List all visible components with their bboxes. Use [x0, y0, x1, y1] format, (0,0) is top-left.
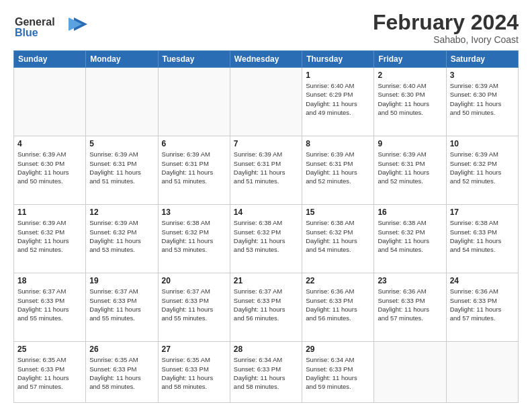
- day-cell: 26Sunrise: 6:35 AM Sunset: 6:33 PM Dayli…: [86, 342, 158, 403]
- day-cell: 28Sunrise: 6:34 AM Sunset: 6:33 PM Dayli…: [230, 342, 302, 403]
- day-cell: 21Sunrise: 6:37 AM Sunset: 6:33 PM Dayli…: [230, 273, 302, 342]
- day-cell: 10Sunrise: 6:39 AM Sunset: 6:32 PM Dayli…: [446, 136, 518, 205]
- day-info: Sunrise: 6:36 AM Sunset: 6:33 PM Dayligh…: [306, 287, 370, 322]
- day-number: 10: [450, 139, 515, 148]
- logo-text: General Blue: [13, 11, 87, 40]
- day-info: Sunrise: 6:39 AM Sunset: 6:30 PM Dayligh…: [450, 81, 515, 117]
- day-cell: 27Sunrise: 6:35 AM Sunset: 6:33 PM Dayli…: [158, 342, 230, 403]
- day-cell: 16Sunrise: 6:38 AM Sunset: 6:32 PM Dayli…: [374, 205, 446, 273]
- day-number: 17: [450, 208, 515, 217]
- day-cell: 22Sunrise: 6:36 AM Sunset: 6:33 PM Dayli…: [302, 273, 374, 342]
- col-friday: Friday: [374, 51, 446, 68]
- day-cell: 11Sunrise: 6:39 AM Sunset: 6:32 PM Dayli…: [14, 205, 86, 273]
- day-number: 28: [234, 345, 298, 354]
- day-number: 3: [450, 71, 515, 80]
- day-info: Sunrise: 6:39 AM Sunset: 6:32 PM Dayligh…: [17, 218, 82, 254]
- day-number: 11: [17, 208, 82, 217]
- day-cell: 3Sunrise: 6:39 AM Sunset: 6:30 PM Daylig…: [446, 68, 518, 136]
- day-cell: [230, 68, 302, 136]
- month-title: February 2024: [373, 11, 519, 34]
- day-cell: 6Sunrise: 6:39 AM Sunset: 6:31 PM Daylig…: [158, 136, 230, 205]
- svg-text:General: General: [15, 16, 55, 28]
- day-info: Sunrise: 6:38 AM Sunset: 6:32 PM Dayligh…: [234, 218, 298, 254]
- day-info: Sunrise: 6:37 AM Sunset: 6:33 PM Dayligh…: [162, 287, 226, 322]
- day-info: Sunrise: 6:40 AM Sunset: 6:30 PM Dayligh…: [378, 81, 442, 117]
- day-number: 18: [17, 276, 82, 285]
- day-number: 27: [162, 345, 226, 354]
- title-block: February 2024 Sahabo, Ivory Coast: [373, 11, 519, 45]
- day-number: 15: [306, 208, 370, 217]
- day-cell: [14, 68, 86, 136]
- day-cell: [158, 68, 230, 136]
- day-info: Sunrise: 6:35 AM Sunset: 6:33 PM Dayligh…: [162, 355, 226, 391]
- day-info: Sunrise: 6:37 AM Sunset: 6:33 PM Dayligh…: [89, 287, 154, 322]
- day-info: Sunrise: 6:37 AM Sunset: 6:33 PM Dayligh…: [17, 287, 82, 322]
- day-number: 12: [89, 208, 154, 217]
- day-number: 2: [378, 71, 442, 80]
- day-number: 14: [234, 208, 298, 217]
- col-monday: Monday: [86, 51, 158, 68]
- day-info: Sunrise: 6:38 AM Sunset: 6:33 PM Dayligh…: [450, 218, 515, 254]
- week-row-1: 1Sunrise: 6:40 AM Sunset: 6:29 PM Daylig…: [14, 68, 519, 136]
- day-cell: 8Sunrise: 6:39 AM Sunset: 6:31 PM Daylig…: [302, 136, 374, 205]
- col-saturday: Saturday: [446, 51, 518, 68]
- day-number: 24: [450, 276, 515, 285]
- day-cell: 25Sunrise: 6:35 AM Sunset: 6:33 PM Dayli…: [14, 342, 86, 403]
- day-cell: 1Sunrise: 6:40 AM Sunset: 6:29 PM Daylig…: [302, 68, 374, 136]
- day-info: Sunrise: 6:34 AM Sunset: 6:33 PM Dayligh…: [306, 355, 370, 391]
- col-thursday: Thursday: [302, 51, 374, 68]
- day-cell: 9Sunrise: 6:39 AM Sunset: 6:31 PM Daylig…: [374, 136, 446, 205]
- calendar-table: Sunday Monday Tuesday Wednesday Thursday…: [13, 50, 519, 403]
- header: General Blue February 2024 Sahabo, Ivory…: [13, 11, 519, 45]
- day-cell: 23Sunrise: 6:36 AM Sunset: 6:33 PM Dayli…: [374, 273, 446, 342]
- day-info: Sunrise: 6:36 AM Sunset: 6:33 PM Dayligh…: [378, 287, 442, 322]
- day-number: 13: [162, 208, 226, 217]
- day-info: Sunrise: 6:36 AM Sunset: 6:33 PM Dayligh…: [450, 287, 515, 322]
- day-number: 25: [17, 345, 82, 354]
- day-number: 23: [378, 276, 442, 285]
- day-cell: 14Sunrise: 6:38 AM Sunset: 6:32 PM Dayli…: [230, 205, 302, 273]
- day-cell: [86, 68, 158, 136]
- page: General Blue February 2024 Sahabo, Ivory…: [0, 0, 532, 411]
- col-wednesday: Wednesday: [230, 51, 302, 68]
- day-info: Sunrise: 6:39 AM Sunset: 6:32 PM Dayligh…: [450, 150, 515, 185]
- week-row-4: 18Sunrise: 6:37 AM Sunset: 6:33 PM Dayli…: [14, 273, 519, 342]
- day-cell: 29Sunrise: 6:34 AM Sunset: 6:33 PM Dayli…: [302, 342, 374, 403]
- day-number: 7: [234, 139, 298, 148]
- day-info: Sunrise: 6:40 AM Sunset: 6:29 PM Dayligh…: [306, 81, 370, 117]
- day-info: Sunrise: 6:34 AM Sunset: 6:33 PM Dayligh…: [234, 355, 298, 391]
- day-cell: 5Sunrise: 6:39 AM Sunset: 6:31 PM Daylig…: [86, 136, 158, 205]
- day-number: 29: [306, 345, 370, 354]
- day-cell: 17Sunrise: 6:38 AM Sunset: 6:33 PM Dayli…: [446, 205, 518, 273]
- day-number: 5: [89, 139, 154, 148]
- day-cell: 20Sunrise: 6:37 AM Sunset: 6:33 PM Dayli…: [158, 273, 230, 342]
- day-cell: 18Sunrise: 6:37 AM Sunset: 6:33 PM Dayli…: [14, 273, 86, 342]
- day-cell: 13Sunrise: 6:38 AM Sunset: 6:32 PM Dayli…: [158, 205, 230, 273]
- day-cell: 12Sunrise: 6:39 AM Sunset: 6:32 PM Dayli…: [86, 205, 158, 273]
- day-cell: 15Sunrise: 6:38 AM Sunset: 6:32 PM Dayli…: [302, 205, 374, 273]
- logo: General Blue: [13, 11, 87, 40]
- day-number: 26: [89, 345, 154, 354]
- day-cell: 7Sunrise: 6:39 AM Sunset: 6:31 PM Daylig…: [230, 136, 302, 205]
- day-number: 22: [306, 276, 370, 285]
- week-row-2: 4Sunrise: 6:39 AM Sunset: 6:30 PM Daylig…: [14, 136, 519, 205]
- day-info: Sunrise: 6:38 AM Sunset: 6:32 PM Dayligh…: [378, 218, 442, 254]
- day-number: 1: [306, 71, 370, 80]
- day-info: Sunrise: 6:35 AM Sunset: 6:33 PM Dayligh…: [89, 355, 154, 391]
- day-number: 21: [234, 276, 298, 285]
- day-cell: 2Sunrise: 6:40 AM Sunset: 6:30 PM Daylig…: [374, 68, 446, 136]
- day-info: Sunrise: 6:37 AM Sunset: 6:33 PM Dayligh…: [234, 287, 298, 322]
- day-info: Sunrise: 6:39 AM Sunset: 6:31 PM Dayligh…: [89, 150, 154, 185]
- week-row-3: 11Sunrise: 6:39 AM Sunset: 6:32 PM Dayli…: [14, 205, 519, 273]
- day-info: Sunrise: 6:39 AM Sunset: 6:30 PM Dayligh…: [17, 150, 82, 185]
- day-number: 9: [378, 139, 442, 148]
- day-number: 16: [378, 208, 442, 217]
- day-cell: [446, 342, 518, 403]
- col-tuesday: Tuesday: [158, 51, 230, 68]
- day-number: 6: [162, 139, 226, 148]
- day-info: Sunrise: 6:38 AM Sunset: 6:32 PM Dayligh…: [306, 218, 370, 254]
- day-cell: [374, 342, 446, 403]
- day-cell: 24Sunrise: 6:36 AM Sunset: 6:33 PM Dayli…: [446, 273, 518, 342]
- day-number: 20: [162, 276, 226, 285]
- day-info: Sunrise: 6:39 AM Sunset: 6:31 PM Dayligh…: [234, 150, 298, 185]
